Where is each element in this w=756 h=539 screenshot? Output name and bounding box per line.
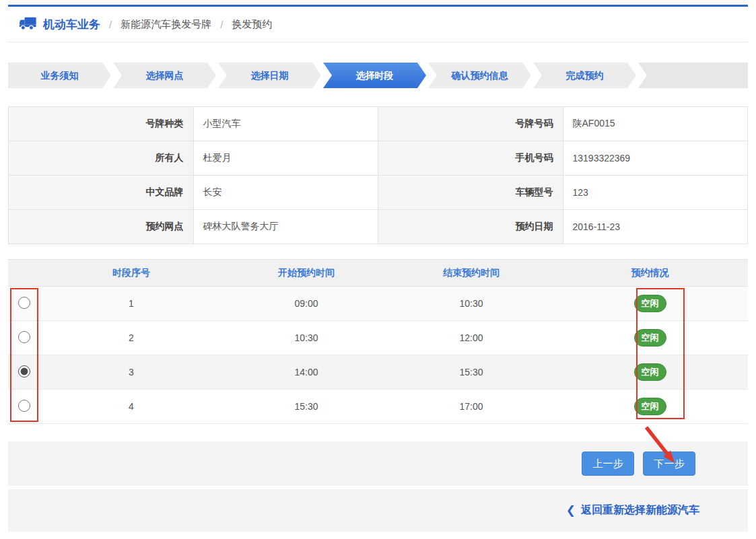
breadcrumb-item-current: 换发预约 [232,18,272,31]
slot-seq: 2 [40,321,222,355]
back-link-bar: ❮ 返回重新选择新能源汽车 [8,489,748,532]
detail-label: 手机号码 [378,141,563,176]
detail-value: 陕AF0015 [563,107,748,141]
radio-column-header [8,260,40,287]
breadcrumb: 机动车业务 / 新能源汽车换发号牌 / 换发预约 [8,7,748,42]
detail-value: 长安 [193,176,378,210]
slot-end-time: 10:30 [390,287,552,321]
slot-end-time: 15:30 [390,355,552,390]
detail-value: 13193322369 [563,141,748,176]
truck-icon [19,16,37,33]
actions-bar: 上一步 下一步 [8,441,748,486]
detail-label: 车辆型号 [378,176,563,210]
detail-value: 杜爱月 [193,141,378,176]
column-header-seq: 时段序号 [40,260,222,287]
slot-start-time: 09:00 [222,287,390,321]
wizard-step-timeslot-active[interactable]: 选择时段 [323,63,426,88]
timeslot-row-3-selected[interactable]: 3 14:00 15:30 空闲 [8,355,748,390]
table-row: 预约网点 碑林大队警务大厅 预约日期 2016-11-23 [9,210,748,244]
detail-label: 所有人 [9,141,194,176]
table-row: 所有人 杜爱月 手机号码 13193322369 [9,141,748,176]
detail-label: 预约日期 [378,210,563,244]
detail-label: 号牌种类 [9,107,194,141]
slot-seq: 4 [40,390,222,424]
step-wizard: 业务须知 选择网点 选择日期 选择时段 确认预约信息 完成预约 [8,63,748,88]
slot-start-time: 14:00 [222,355,390,390]
detail-label: 号牌号码 [378,107,563,141]
wizard-step-date[interactable]: 选择日期 [218,63,321,88]
status-badge: 空闲 [634,329,666,347]
breadcrumb-item-category[interactable]: 新能源汽车换发号牌 [121,18,211,31]
wizard-step-done[interactable]: 完成预约 [533,63,636,88]
detail-value: 123 [563,176,748,210]
breadcrumb-root[interactable]: 机动车业务 [43,17,100,32]
back-link-label: 返回重新选择新能源汽车 [581,503,699,517]
slot-end-time: 17:00 [390,390,552,424]
slot-end-time: 12:00 [390,321,552,355]
column-header-end: 结束预约时间 [390,260,552,287]
detail-value: 小型汽车 [193,107,378,141]
prev-step-button[interactable]: 上一步 [582,452,634,476]
detail-label: 中文品牌 [9,176,194,210]
timeslot-radio-4[interactable] [18,400,30,412]
column-header-status: 预约情况 [552,260,748,287]
slot-seq: 1 [40,287,222,321]
slot-seq: 3 [40,355,222,390]
timeslot-radio-1[interactable] [18,297,30,309]
slot-start-time: 15:30 [222,390,390,424]
detail-value: 碑林大队警务大厅 [193,210,378,244]
column-header-start: 开始预约时间 [222,260,390,287]
detail-value: 2016-11-23 [563,210,748,244]
wizard-step-confirm[interactable]: 确认预约信息 [428,63,531,88]
status-badge: 空闲 [634,398,666,415]
slot-start-time: 10:30 [222,321,390,355]
breadcrumb-separator: / [211,19,232,30]
timeslot-row-1[interactable]: 1 09:00 10:30 空闲 [8,287,748,321]
wizard-step-site[interactable]: 选择网点 [113,63,216,88]
wizard-step-notice[interactable]: 业务须知 [8,63,111,88]
page: 机动车业务 / 新能源汽车换发号牌 / 换发预约 业务须知 选择网点 选择日期 … [0,0,756,539]
detail-label: 预约网点 [9,210,194,244]
timeslot-radio-2[interactable] [18,331,30,343]
wizard-filler [638,63,748,88]
back-to-vehicle-select-link[interactable]: ❮ 返回重新选择新能源汽车 [566,503,699,517]
breadcrumb-separator: / [100,19,121,30]
timeslot-header-row: 时段序号 开始预约时间 结束预约时间 预约情况 [8,260,748,287]
reservation-details-table: 号牌种类 小型汽车 号牌号码 陕AF0015 所有人 杜爱月 手机号码 1319… [8,106,748,244]
status-badge: 空闲 [634,295,666,312]
timeslot-row-4[interactable]: 4 15:30 17:00 空闲 [8,390,748,424]
chevron-left-icon: ❮ [566,503,576,517]
next-step-button[interactable]: 下一步 [643,452,695,476]
timeslot-radio-3-selected[interactable] [18,365,30,378]
table-row: 中文品牌 长安 车辆型号 123 [9,176,748,210]
status-badge: 空闲 [634,363,666,381]
table-row: 号牌种类 小型汽车 号牌号码 陕AF0015 [9,107,748,141]
timeslot-table: 时段序号 开始预约时间 结束预约时间 预约情况 1 09:00 10:30 空闲… [8,259,748,424]
timeslot-row-2[interactable]: 2 10:30 12:00 空闲 [8,321,748,355]
